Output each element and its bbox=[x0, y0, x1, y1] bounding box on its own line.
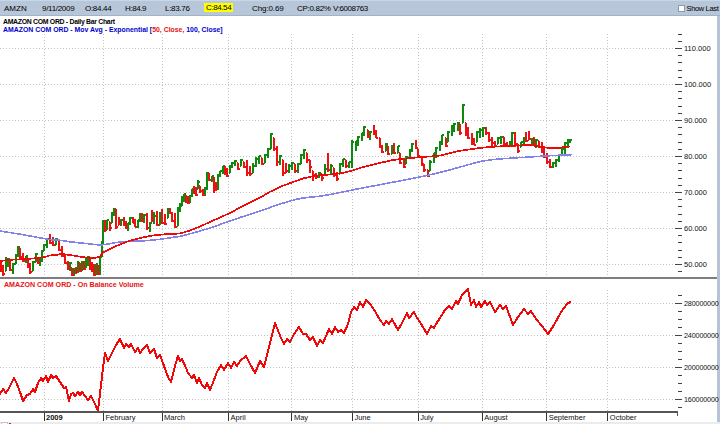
svg-text:50.000: 50.000 bbox=[684, 260, 707, 269]
svg-text:90.000: 90.000 bbox=[684, 116, 707, 125]
svg-text:200000000: 200000000 bbox=[684, 363, 719, 372]
svg-text:70.000: 70.000 bbox=[684, 188, 707, 197]
svg-text:July: July bbox=[420, 413, 434, 422]
svg-text:March: March bbox=[164, 413, 185, 422]
svg-text:110.000: 110.000 bbox=[684, 44, 711, 53]
svg-text:August: August bbox=[484, 413, 508, 422]
svg-text:February: February bbox=[106, 413, 136, 422]
svg-text:60.000: 60.000 bbox=[684, 224, 707, 233]
svg-text:80.000: 80.000 bbox=[684, 152, 707, 161]
svg-text:May: May bbox=[294, 413, 308, 422]
svg-text:September: September bbox=[549, 413, 586, 422]
svg-text:100.000: 100.000 bbox=[684, 80, 711, 89]
svg-text:2009: 2009 bbox=[46, 413, 63, 422]
svg-text:October: October bbox=[610, 413, 637, 422]
svg-text:160000000: 160000000 bbox=[684, 395, 719, 404]
svg-text:April: April bbox=[231, 413, 246, 422]
svg-text:June: June bbox=[354, 413, 370, 422]
svg-text:240000000: 240000000 bbox=[684, 331, 719, 340]
svg-text:280000000: 280000000 bbox=[684, 299, 719, 308]
